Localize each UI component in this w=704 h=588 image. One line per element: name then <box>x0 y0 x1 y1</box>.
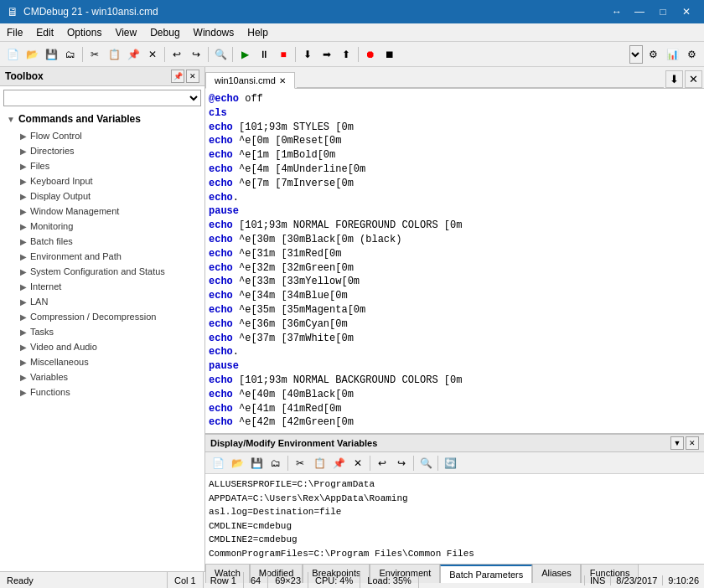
tree-arrow: ▶ <box>20 222 27 231</box>
code-editor[interactable]: @echo off cls echo [101;93m STYLES [0m e… <box>205 89 704 433</box>
tree-item-flow-control[interactable]: ▶ Flow Control <box>0 128 204 143</box>
toolbox-pin-button[interactable]: 📌 <box>171 70 184 83</box>
tree-arrow: ▶ <box>20 388 27 397</box>
bottom-panel-dropdown-button[interactable]: ▼ <box>670 436 684 450</box>
close-button[interactable]: ✕ <box>676 3 697 20</box>
bottom-panel-close-button[interactable]: ✕ <box>686 436 699 450</box>
menu-help[interactable]: Help <box>241 25 275 40</box>
toolbox-header: Toolbox 📌 ✕ <box>0 67 204 86</box>
menu-edit[interactable]: Edit <box>29 25 60 40</box>
tab-batch-parameters[interactable]: Batch Parameters <box>440 565 532 583</box>
tree-item-label: Variables <box>30 372 68 382</box>
tree-item-lan[interactable]: ▶ LAN <box>0 294 204 309</box>
env-var-line: APPDATA=C:\Users\Rex\AppData\Roaming <box>209 492 701 506</box>
code-line: echo. <box>209 191 701 205</box>
tree-item-label: Files <box>30 161 49 171</box>
bottom-delete-btn[interactable]: ✕ <box>349 454 367 472</box>
toolbox-close-button[interactable]: ✕ <box>186 70 199 83</box>
tree-item-files[interactable]: ▶ Files <box>0 158 204 173</box>
bottom-open-btn[interactable]: 📂 <box>228 454 246 472</box>
tree-item-batch-files[interactable]: ▶ Batch files <box>0 234 204 249</box>
env-var-line: CMDLINE2=cmdebug <box>209 533 701 547</box>
status-col-text: Col 1 <box>174 575 196 585</box>
step-over-button[interactable]: ➡ <box>318 45 336 64</box>
bottom-refresh-btn[interactable]: 🔄 <box>441 454 459 472</box>
cut-button[interactable]: ✂ <box>85 45 104 64</box>
stop-button[interactable]: ■ <box>274 45 292 64</box>
bottom-toolbar: 📄 📂 💾 🗂 ✂ 📋 📌 ✕ ↩ ↪ 🔍 🔄 <box>205 452 704 474</box>
redo-button[interactable]: ↪ <box>187 45 205 64</box>
tree-item-functions[interactable]: ▶ Functions <box>0 384 204 400</box>
minimize-button[interactable]: — <box>629 3 650 20</box>
code-line: echo ^e[0m [0mReset[0m <box>209 134 701 148</box>
toolbox-dropdown[interactable] <box>3 90 201 106</box>
run-button[interactable]: ▶ <box>236 45 254 64</box>
bottom-cut-btn[interactable]: ✂ <box>291 454 309 472</box>
tb-extra-1[interactable]: ⚙ <box>644 45 662 64</box>
menu-file[interactable]: File <box>0 25 29 40</box>
tree-item-miscellaneous[interactable]: ▶ Miscellaneous <box>0 354 204 369</box>
tree-item-monitoring[interactable]: ▶ Monitoring <box>0 219 204 234</box>
tree-item-env-path[interactable]: ▶ Environment and Path <box>0 249 204 264</box>
menu-options[interactable]: Options <box>60 25 108 40</box>
tree-arrow: ▶ <box>20 207 27 216</box>
tree-item-directories[interactable]: ▶ Directories <box>0 143 204 158</box>
code-line: echo ^e[41m [41mRed[0m <box>209 402 701 416</box>
tree-item-window-management[interactable]: ▶ Window Management <box>0 204 204 219</box>
paste-button[interactable]: 📌 <box>124 45 142 64</box>
tree-item-display-output[interactable]: ▶ Display Output <box>0 188 204 204</box>
tree-item-label: Miscellaneous <box>30 357 89 367</box>
expand-icon: ▼ <box>7 115 15 124</box>
tree-item-label: Batch files <box>30 236 73 246</box>
bottom-panel: Display/Modify Environment Variables ▼ ✕… <box>205 433 704 583</box>
pause-button[interactable]: ⏸ <box>255 45 273 64</box>
menu-debug[interactable]: Debug <box>143 25 186 40</box>
editor-tab-bar: win10ansi.cmd ✕ ⬇ ✕ <box>205 67 704 89</box>
record-button[interactable]: ⏺ <box>361 45 380 64</box>
tree-item-internet[interactable]: ▶ Internet <box>0 279 204 294</box>
copy-button[interactable]: 📋 <box>105 45 123 64</box>
step-into-button[interactable]: ⬇ <box>298 45 317 64</box>
maximize-button[interactable]: □ <box>652 3 674 20</box>
code-line: pause <box>209 359 701 374</box>
bottom-undo-btn[interactable]: ↩ <box>373 454 391 472</box>
bottom-save-btn[interactable]: 💾 <box>247 454 266 472</box>
tree-item-video-audio[interactable]: ▶ Video and Audio <box>0 339 204 354</box>
toolbar-dropdown[interactable] <box>629 45 643 64</box>
status-ins-text: INS <box>590 575 605 585</box>
tree-arrow: ▶ <box>20 132 27 141</box>
bottom-find-btn[interactable]: 🔍 <box>417 454 435 472</box>
new-button[interactable]: 📄 <box>3 45 22 64</box>
tree-item-variables[interactable]: ▶ Variables <box>0 369 204 384</box>
tab-close-icon[interactable]: ✕ <box>279 76 286 85</box>
open-button[interactable]: 📂 <box>23 45 41 64</box>
editor-panel-controls[interactable]: ⬇ <box>665 70 683 88</box>
window-controls: — □ ✕ <box>629 3 697 20</box>
tab-aliases[interactable]: Aliases <box>532 565 580 583</box>
tb-extra-3[interactable]: ⚙ <box>682 45 701 64</box>
save-button[interactable]: 💾 <box>42 45 60 64</box>
tree-item-label: Tasks <box>30 327 54 337</box>
tree-item-tasks[interactable]: ▶ Tasks <box>0 324 204 339</box>
bottom-copy-btn[interactable]: 📋 <box>310 454 329 472</box>
stop-record-button[interactable]: ⏹ <box>380 45 399 64</box>
tree-section-commands[interactable]: ▼ Commands and Variables <box>0 110 204 128</box>
bottom-save-all-btn[interactable]: 🗂 <box>267 454 285 472</box>
bottom-redo-btn[interactable]: ↪ <box>392 454 411 472</box>
tree-item-compression[interactable]: ▶ Compression / Decompression <box>0 309 204 324</box>
editor-tab-win10ansi[interactable]: win10ansi.cmd ✕ <box>205 72 295 89</box>
bottom-env-content[interactable]: ALLUSERSPROFILE=C:\ProgramData APPDATA=C… <box>205 474 704 564</box>
tb-extra-2[interactable]: 📊 <box>663 45 681 64</box>
tree-item-sys-config[interactable]: ▶ System Configuration and Status <box>0 264 204 279</box>
find-button[interactable]: 🔍 <box>211 45 230 64</box>
save-all-button[interactable]: 🗂 <box>61 45 80 64</box>
tree-item-keyboard-input[interactable]: ▶ Keyboard Input <box>0 173 204 188</box>
editor-close-button[interactable]: ✕ <box>685 70 702 88</box>
delete-button[interactable]: ✕ <box>143 45 162 64</box>
undo-button[interactable]: ↩ <box>168 45 186 64</box>
menu-windows[interactable]: Windows <box>187 25 241 40</box>
bottom-paste-btn[interactable]: 📌 <box>329 454 348 472</box>
step-out-button[interactable]: ⬆ <box>337 45 355 64</box>
menu-view[interactable]: View <box>108 25 143 40</box>
bottom-new-btn[interactable]: 📄 <box>209 454 227 472</box>
